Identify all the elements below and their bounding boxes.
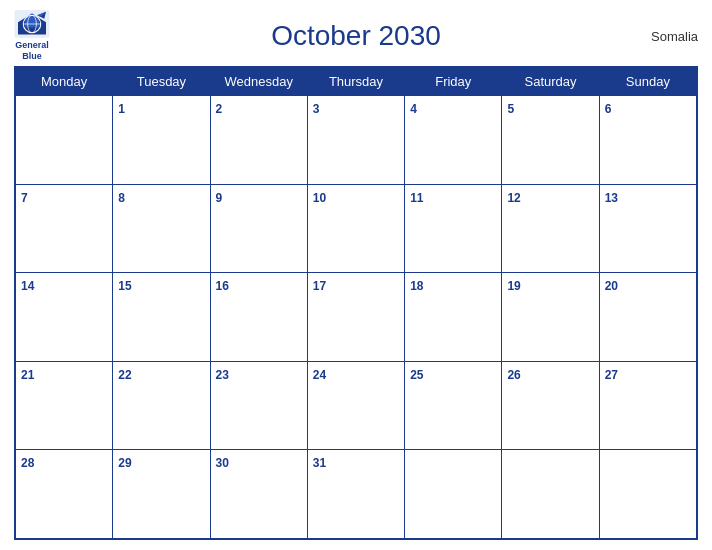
calendar-day-cell: 25	[405, 361, 502, 450]
logo: General Blue	[14, 10, 50, 62]
calendar-day-cell: 20	[599, 273, 696, 362]
calendar-day-cell: 28	[16, 450, 113, 539]
calendar-day-cell: 23	[210, 361, 307, 450]
day-number: 5	[507, 102, 514, 116]
weekday-header-cell: Sunday	[599, 68, 696, 96]
day-number: 11	[410, 191, 423, 205]
calendar: MondayTuesdayWednesdayThursdayFridaySatu…	[14, 66, 698, 540]
day-number: 27	[605, 368, 618, 382]
calendar-day-cell: 26	[502, 361, 599, 450]
logo-text-line2: Blue	[22, 51, 42, 62]
day-number: 19	[507, 279, 520, 293]
weekday-header-row: MondayTuesdayWednesdayThursdayFridaySatu…	[16, 68, 697, 96]
day-number: 4	[410, 102, 417, 116]
calendar-day-cell	[16, 96, 113, 185]
calendar-day-cell: 10	[307, 184, 404, 273]
day-number: 12	[507, 191, 520, 205]
calendar-day-cell: 12	[502, 184, 599, 273]
calendar-day-cell	[502, 450, 599, 539]
logo-text-line1: General	[15, 40, 49, 51]
day-number: 29	[118, 456, 131, 470]
logo-icon	[14, 10, 50, 38]
calendar-day-cell: 5	[502, 96, 599, 185]
day-number: 16	[216, 279, 229, 293]
calendar-day-cell: 14	[16, 273, 113, 362]
day-number: 26	[507, 368, 520, 382]
weekday-header-cell: Friday	[405, 68, 502, 96]
day-number: 6	[605, 102, 612, 116]
calendar-day-cell: 19	[502, 273, 599, 362]
day-number: 1	[118, 102, 125, 116]
calendar-day-cell: 4	[405, 96, 502, 185]
day-number: 22	[118, 368, 131, 382]
calendar-day-cell: 1	[113, 96, 210, 185]
calendar-day-cell: 7	[16, 184, 113, 273]
day-number: 10	[313, 191, 326, 205]
calendar-day-cell: 27	[599, 361, 696, 450]
calendar-day-cell: 16	[210, 273, 307, 362]
calendar-day-cell: 8	[113, 184, 210, 273]
day-number: 25	[410, 368, 423, 382]
day-number: 13	[605, 191, 618, 205]
calendar-day-cell: 31	[307, 450, 404, 539]
calendar-day-cell: 21	[16, 361, 113, 450]
day-number: 24	[313, 368, 326, 382]
calendar-day-cell: 15	[113, 273, 210, 362]
day-number: 17	[313, 279, 326, 293]
calendar-day-cell: 6	[599, 96, 696, 185]
calendar-day-cell: 11	[405, 184, 502, 273]
calendar-day-cell: 9	[210, 184, 307, 273]
calendar-day-cell	[405, 450, 502, 539]
day-number: 15	[118, 279, 131, 293]
calendar-week-row: 14151617181920	[16, 273, 697, 362]
weekday-header-cell: Thursday	[307, 68, 404, 96]
calendar-table: MondayTuesdayWednesdayThursdayFridaySatu…	[15, 67, 697, 539]
day-number: 14	[21, 279, 34, 293]
day-number: 31	[313, 456, 326, 470]
day-number: 30	[216, 456, 229, 470]
calendar-week-row: 28293031	[16, 450, 697, 539]
day-number: 23	[216, 368, 229, 382]
weekday-header-cell: Monday	[16, 68, 113, 96]
day-number: 2	[216, 102, 223, 116]
calendar-title: October 2030	[271, 20, 441, 52]
day-number: 9	[216, 191, 223, 205]
day-number: 21	[21, 368, 34, 382]
weekday-header-cell: Tuesday	[113, 68, 210, 96]
calendar-week-row: 123456	[16, 96, 697, 185]
calendar-body: 1234567891011121314151617181920212223242…	[16, 96, 697, 539]
calendar-week-row: 78910111213	[16, 184, 697, 273]
calendar-day-cell: 18	[405, 273, 502, 362]
calendar-day-cell	[599, 450, 696, 539]
calendar-day-cell: 3	[307, 96, 404, 185]
day-number: 18	[410, 279, 423, 293]
day-number: 3	[313, 102, 320, 116]
calendar-day-cell: 22	[113, 361, 210, 450]
calendar-day-cell: 30	[210, 450, 307, 539]
calendar-day-cell: 17	[307, 273, 404, 362]
page: General Blue October 2030 Somalia Monday…	[0, 0, 712, 550]
calendar-day-cell: 13	[599, 184, 696, 273]
header: General Blue October 2030 Somalia	[14, 10, 698, 62]
calendar-week-row: 21222324252627	[16, 361, 697, 450]
calendar-day-cell: 24	[307, 361, 404, 450]
calendar-day-cell: 2	[210, 96, 307, 185]
calendar-header: MondayTuesdayWednesdayThursdayFridaySatu…	[16, 68, 697, 96]
weekday-header-cell: Saturday	[502, 68, 599, 96]
day-number: 20	[605, 279, 618, 293]
country-label: Somalia	[651, 29, 698, 44]
day-number: 8	[118, 191, 125, 205]
day-number: 28	[21, 456, 34, 470]
calendar-day-cell: 29	[113, 450, 210, 539]
day-number: 7	[21, 191, 28, 205]
weekday-header-cell: Wednesday	[210, 68, 307, 96]
